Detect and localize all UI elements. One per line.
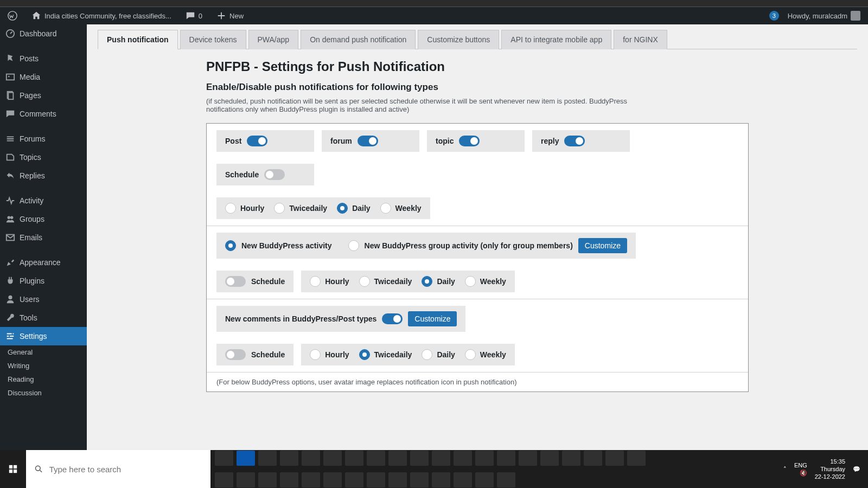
app-icon[interactable] [302, 472, 320, 487]
explorer-icon[interactable] [258, 451, 277, 466]
nav-sub-general[interactable]: General [0, 345, 87, 359]
nav-dashboard[interactable]: Dashboard [0, 24, 87, 43]
excel-icon[interactable] [388, 451, 407, 466]
store-icon[interactable] [280, 451, 298, 466]
powershell-icon[interactable] [323, 472, 342, 487]
bp-weekly-radio[interactable] [465, 276, 476, 287]
nav-groups[interactable]: Groups [0, 210, 87, 228]
nav-sub-writing[interactable]: Writing [0, 359, 87, 373]
app-icon[interactable] [432, 472, 450, 487]
daily-radio[interactable] [337, 203, 348, 214]
forum-toggle[interactable] [358, 136, 378, 146]
nav-emails[interactable]: Emails [0, 228, 87, 247]
calc-icon[interactable] [519, 451, 537, 466]
tab-on-demand[interactable]: On demand push notification [301, 30, 416, 49]
new-bp-activity-radio[interactable] [225, 240, 236, 251]
taskbar-search[interactable] [26, 450, 210, 488]
new-link[interactable]: New [213, 11, 247, 21]
photos-icon[interactable] [345, 451, 363, 466]
terminal-icon[interactable] [237, 472, 255, 487]
weekly-radio[interactable] [380, 203, 391, 214]
tab-device-tokens[interactable]: Device tokens [180, 30, 246, 49]
vscode-icon[interactable] [345, 472, 363, 487]
nav-media[interactable]: Media [0, 68, 87, 86]
nav-pages[interactable]: Pages [0, 86, 87, 105]
notifications-icon[interactable]: 💬 [853, 466, 860, 473]
app-icon[interactable] [410, 472, 429, 487]
tab-nginx[interactable]: for NGINX [614, 30, 667, 49]
nav-comments[interactable]: Comments [0, 105, 87, 123]
customize-button-2[interactable]: Customize [408, 311, 457, 326]
app-icon[interactable] [410, 451, 429, 466]
filezilla-icon[interactable] [605, 451, 624, 466]
start-button[interactable] [0, 450, 26, 488]
paint-icon[interactable] [584, 451, 602, 466]
nav-appearance[interactable]: Appearance [0, 253, 87, 272]
lang-indicator[interactable]: ENG [794, 462, 807, 468]
nav-sub-reading[interactable]: Reading [0, 373, 87, 386]
word2-icon[interactable] [562, 451, 580, 466]
nav-tools[interactable]: Tools [0, 309, 87, 327]
app-icon[interactable] [258, 472, 277, 487]
cm-twicedaily-radio[interactable] [359, 349, 370, 360]
cm-hourly-radio[interactable] [310, 349, 321, 360]
taskview-icon[interactable] [215, 451, 233, 466]
bp-twicedaily-radio[interactable] [359, 276, 370, 287]
search-input[interactable] [49, 465, 202, 474]
app-icon[interactable] [454, 472, 472, 487]
nav-sub-discussion[interactable]: Discussion [0, 386, 87, 400]
tab-pwa-app[interactable]: PWA/app [248, 30, 299, 49]
chrome-icon[interactable] [215, 472, 233, 487]
nav-activity[interactable]: Activity [0, 191, 87, 210]
comments-link[interactable]: 0 [182, 11, 206, 21]
nav-plugins[interactable]: Plugins [0, 272, 87, 290]
tab-customize-buttons[interactable]: Customize buttons [418, 30, 499, 49]
howdy-link[interactable]: Howdy, muralcadm [784, 11, 864, 21]
bp-schedule-toggle[interactable] [225, 276, 246, 287]
cm-daily-radio[interactable] [422, 349, 432, 360]
app-icon[interactable] [280, 472, 298, 487]
wp-logo[interactable] [4, 11, 21, 21]
nav-settings[interactable]: Settings [0, 327, 87, 345]
mute-icon[interactable]: 🔇 [800, 470, 807, 477]
nav-topics[interactable]: Topics [0, 148, 87, 166]
nav-label: Replies [20, 171, 45, 180]
tab-api[interactable]: API to integrate mobile app [501, 30, 611, 49]
reply-toggle[interactable] [564, 136, 585, 146]
mail-icon[interactable] [302, 451, 320, 466]
nav-replies[interactable]: Replies [0, 166, 87, 185]
clock-time[interactable]: 15:35 [830, 458, 845, 465]
tab-push-notification[interactable]: Push notification [98, 30, 178, 49]
video-icon[interactable] [475, 451, 494, 466]
app-icon[interactable] [432, 451, 450, 466]
app-icon[interactable] [475, 472, 494, 487]
edge-icon[interactable] [237, 451, 255, 466]
comments-toggle[interactable] [382, 313, 403, 324]
word-icon[interactable] [323, 451, 342, 466]
opera-icon[interactable] [497, 472, 515, 487]
app-icon[interactable] [388, 472, 407, 487]
nav-posts[interactable]: Posts [0, 49, 87, 68]
new-bp-group-radio[interactable] [348, 240, 359, 251]
vlc-icon[interactable] [540, 451, 559, 466]
chevron-up-icon[interactable]: ˄ [783, 466, 787, 473]
ubuntu-icon[interactable] [367, 472, 385, 487]
site-name-link[interactable]: India cities Community, free classifieds… [28, 11, 175, 21]
cm-weekly-radio[interactable] [465, 349, 476, 360]
bp-daily-radio[interactable] [422, 276, 432, 287]
customize-button-1[interactable]: Customize [578, 238, 627, 253]
app-icon[interactable] [454, 451, 472, 466]
topic-toggle[interactable] [459, 136, 480, 146]
settings-app-icon[interactable] [367, 451, 385, 466]
app-icon[interactable] [497, 451, 515, 466]
post-toggle[interactable] [247, 136, 267, 146]
clock-icon[interactable] [627, 451, 646, 466]
cm-schedule-toggle[interactable] [225, 349, 246, 360]
twicedaily-radio[interactable] [274, 203, 285, 214]
hourly-radio[interactable] [225, 203, 236, 214]
nav-users[interactable]: Users [0, 290, 87, 309]
bp-hourly-radio[interactable] [310, 276, 321, 287]
schedule-toggle[interactable] [264, 169, 285, 180]
notif-badge[interactable]: 3 [769, 11, 779, 21]
nav-forums[interactable]: Forums [0, 130, 87, 148]
